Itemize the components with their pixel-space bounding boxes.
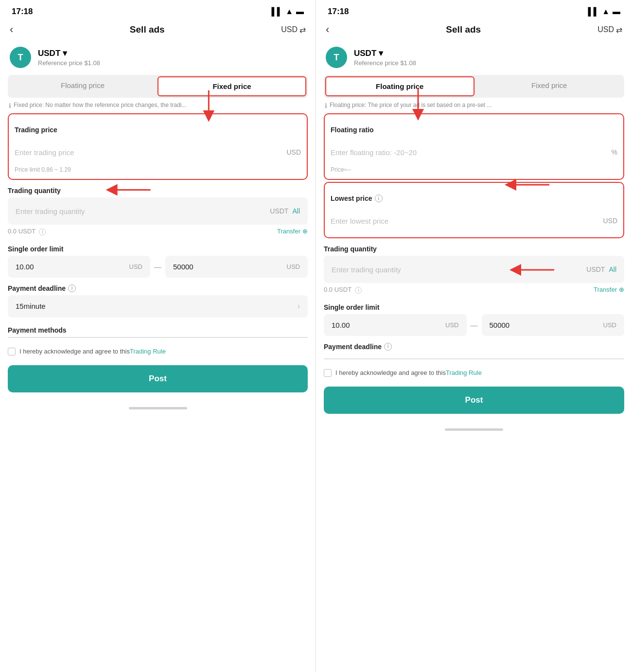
- right-quantity-input[interactable]: Enter trading quantity USDT All: [324, 256, 624, 283]
- right-token-info: USDT ▾ Reference price $1.08: [354, 48, 416, 67]
- left-status-icons: ▌▌ ▲ ▬: [271, 7, 304, 16]
- left-payment-deadline-info-icon: i: [68, 284, 76, 292]
- left-phone: 17:18 ▌▌ ▲ ▬ ‹ Sell ads USD ⇄ T USDT: [0, 0, 316, 672]
- left-trading-price-input[interactable]: Enter trading price USD: [15, 137, 301, 164]
- left-deadline-value: 15minute: [16, 302, 46, 310]
- left-quantity-input[interactable]: Enter trading quantity USDT All: [8, 197, 308, 225]
- right-price-tabs: Floating price Fixed price: [324, 75, 624, 98]
- right-quantity-placeholder: Enter trading quantity: [332, 265, 401, 274]
- right-post-button[interactable]: Post: [324, 387, 624, 414]
- right-tab-fixed[interactable]: Fixed price: [476, 76, 623, 96]
- signal-icon: ▌▌: [271, 7, 282, 16]
- left-transfer-link[interactable]: Transfer ⊕: [277, 228, 308, 235]
- left-post-button[interactable]: Post: [8, 365, 308, 392]
- left-token-row: T USDT ▾ Reference price $1.08: [0, 43, 316, 75]
- right-page-title: Sell ads: [446, 24, 481, 35]
- left-order-max-value: 50000: [173, 263, 193, 271]
- left-trading-price-suffix: USD: [286, 148, 301, 156]
- right-header: ‹ Sell ads USD ⇄: [316, 20, 632, 43]
- left-token-info: USDT ▾ Reference price $1.08: [38, 48, 100, 67]
- left-payment-deadline-label: Payment deadline i: [8, 284, 308, 292]
- right-agree-text: I hereby acknowledge and agree to thisTr…: [335, 369, 482, 376]
- right-order-max-suffix: USD: [603, 321, 616, 329]
- left-status-bar: 17:18 ▌▌ ▲ ▬: [0, 0, 316, 20]
- left-payment-deadline-section: Payment deadline i 15minute ›: [0, 284, 316, 318]
- left-price-tabs: Floating price Fixed price: [8, 75, 308, 98]
- left-order-max-suffix: USD: [287, 263, 300, 270]
- left-back-button[interactable]: ‹: [10, 23, 13, 36]
- left-payment-methods-label: Payment methods: [8, 326, 308, 334]
- left-currency-selector[interactable]: USD ⇄: [281, 25, 306, 35]
- left-agree-row: I hereby acknowledge and agree to thisTr…: [0, 339, 316, 360]
- left-order-min-suffix: USD: [129, 263, 142, 270]
- right-order-max-value: 50000: [490, 321, 510, 329]
- left-header: ‹ Sell ads USD ⇄: [0, 20, 316, 43]
- right-quantity-section: Trading quantity Enter trading quantity …: [316, 245, 632, 283]
- right-currency-selector[interactable]: USD ⇄: [597, 25, 622, 35]
- left-single-order-section: Single order limit 10.00 USD — 50000 USD: [0, 245, 316, 278]
- left-payment-bar: [8, 337, 308, 338]
- left-time: 17:18: [12, 7, 33, 17]
- wifi-icon: ▲: [285, 7, 293, 16]
- right-order-max-input[interactable]: 50000 USD: [482, 314, 625, 336]
- left-order-max-input[interactable]: 50000 USD: [165, 256, 308, 278]
- right-tab-floating[interactable]: Floating price: [325, 76, 474, 96]
- right-quantity-label: Trading quantity: [324, 245, 624, 253]
- right-token-name: USDT ▾: [354, 48, 416, 58]
- right-quantity-all[interactable]: All: [609, 265, 616, 273]
- right-lowest-price-section: Lowest price i Enter lowest price USD: [316, 182, 632, 238]
- right-token-logo: T: [326, 47, 347, 68]
- left-info-icon: ℹ: [9, 102, 11, 109]
- right-balance-info-icon: i: [355, 287, 362, 294]
- right-floating-price-ref: Price≈--: [331, 164, 617, 174]
- left-quantity-placeholder: Enter trading quantity: [16, 207, 85, 215]
- right-home-indicator: [445, 428, 503, 431]
- left-balance-row: 0.0 USDT i Transfer ⊕: [0, 225, 316, 238]
- right-quantity-suffix: USDT: [586, 265, 605, 273]
- right-order-min-input[interactable]: 10.00 USD: [324, 314, 467, 336]
- left-page-title: Sell ads: [130, 24, 165, 35]
- right-status-bar: 17:18 ▌▌ ▲ ▬: [316, 0, 632, 20]
- right-lowest-price-placeholder: Enter lowest price: [331, 217, 388, 225]
- right-lowest-price-suffix: USD: [603, 217, 617, 225]
- left-balance-info-icon: i: [39, 229, 46, 235]
- right-payment-deadline-info-icon: i: [384, 343, 392, 351]
- right-order-limit-row: 10.00 USD — 50000 USD: [324, 314, 624, 336]
- left-trading-price-section: Trading price Enter trading price USD Pr…: [0, 113, 316, 180]
- left-ref-price: Reference price $1.08: [38, 59, 100, 67]
- left-trading-price-label: Trading price: [15, 126, 301, 134]
- right-back-button[interactable]: ‹: [326, 23, 329, 36]
- battery-icon: ▬: [296, 7, 304, 16]
- right-token-row: T USDT ▾ Reference price $1.08: [316, 43, 632, 75]
- right-transfer-link[interactable]: Transfer ⊕: [594, 286, 624, 293]
- left-quantity-suffix: USDT: [270, 207, 288, 215]
- right-phone: 17:18 ▌▌ ▲ ▬ ‹ Sell ads USD ⇄ T USDT: [316, 0, 632, 672]
- left-deadline-selector[interactable]: 15minute ›: [8, 295, 308, 318]
- right-single-order-section: Single order limit 10.00 USD — 50000 USD: [316, 303, 632, 336]
- left-tab-floating[interactable]: Floating price: [9, 76, 156, 96]
- left-quantity-all[interactable]: All: [292, 207, 300, 215]
- right-payment-methods-section: [316, 354, 632, 360]
- right-transfer-icon: ⊕: [619, 286, 624, 293]
- right-wifi-icon: ▲: [602, 7, 610, 16]
- left-trading-price-placeholder: Enter trading price: [15, 148, 74, 157]
- right-floating-ratio-input[interactable]: Enter floating ratio: -20~20 %: [331, 137, 617, 164]
- right-info-text: ℹ Floating price: The price of your ad i…: [316, 98, 632, 113]
- right-payment-deadline-label: Payment deadline i: [324, 343, 624, 351]
- right-floating-ratio-suffix: %: [612, 148, 617, 156]
- left-order-min-input[interactable]: 10.00 USD: [8, 256, 150, 278]
- right-battery-icon: ▬: [613, 7, 620, 16]
- right-time: 17:18: [328, 7, 349, 17]
- right-ref-price: Reference price $1.08: [354, 59, 416, 67]
- right-floating-ratio-section: Floating ratio Enter floating ratio: -20…: [316, 113, 632, 180]
- left-tab-fixed[interactable]: Fixed price: [158, 76, 306, 96]
- left-agree-checkbox[interactable]: [8, 348, 16, 355]
- left-trading-rule-link[interactable]: Trading Rule: [130, 348, 166, 355]
- right-lowest-price-label: Lowest price i: [331, 195, 617, 202]
- right-balance-row: 0.0 USDT i Transfer ⊕: [316, 283, 632, 297]
- right-lowest-price-input[interactable]: Enter lowest price USD: [331, 205, 617, 232]
- left-single-order-label: Single order limit: [8, 245, 308, 253]
- right-agree-checkbox[interactable]: [324, 369, 332, 377]
- right-order-dash: —: [471, 321, 478, 329]
- right-trading-rule-link[interactable]: Trading Rule: [446, 369, 482, 376]
